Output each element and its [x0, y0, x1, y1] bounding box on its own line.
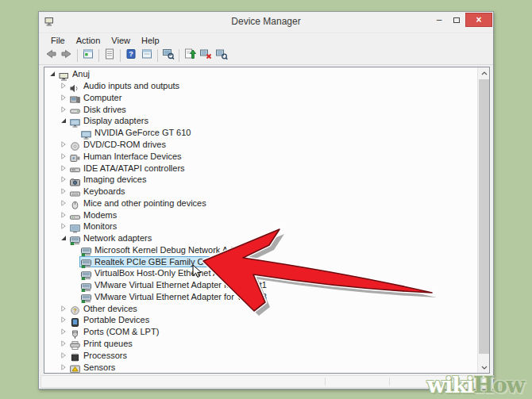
- tree-item[interactable]: NVIDIA GeForce GT 610: [44, 127, 476, 139]
- menu-view[interactable]: View: [106, 35, 136, 46]
- expand-icon[interactable]: [59, 222, 68, 230]
- forward-button[interactable]: [59, 48, 75, 63]
- tree-item[interactable]: Sensors: [44, 361, 476, 373]
- tree-item[interactable]: Portable Devices: [44, 314, 476, 326]
- expand-icon[interactable]: [59, 340, 68, 347]
- close-button[interactable]: ×: [465, 13, 492, 27]
- tree-item-label: Print queues: [83, 339, 133, 348]
- keyboard-icon: [70, 187, 80, 196]
- expand-icon[interactable]: [59, 164, 68, 172]
- collapse-icon[interactable]: [59, 234, 68, 242]
- expand-icon[interactable]: [59, 175, 68, 183]
- menu-action[interactable]: Action: [71, 35, 106, 46]
- scroll-down-icon[interactable]: [478, 362, 490, 373]
- expand-icon[interactable]: [59, 211, 68, 219]
- display-icon: [81, 129, 91, 137]
- window-icon: [141, 48, 153, 63]
- tree-item[interactable]: Ports (COM & LPT): [44, 326, 476, 338]
- tree-item-body: Sensors: [68, 362, 118, 373]
- scrollbar-thumb[interactable]: [479, 79, 489, 354]
- tree-item[interactable]: VMware Virtual Ethernet Adapter for VMne…: [44, 279, 476, 291]
- expand-icon[interactable]: [59, 106, 68, 113]
- status-bar-divider: [325, 378, 326, 386]
- tree-item-selected[interactable]: Realtek PCIe GBE Family Controller: [44, 255, 476, 267]
- tree-item[interactable]: Print queues: [44, 338, 476, 350]
- tree-item[interactable]: Microsoft Kernel Debug Network Adapter: [44, 244, 476, 255]
- expand-icon[interactable]: [59, 152, 68, 160]
- unknown-device-icon: ?: [70, 304, 80, 313]
- uninstall-device-button[interactable]: [198, 48, 214, 63]
- tree-item-body: Imaging devices: [68, 174, 150, 185]
- tree-item-body: Human Interface Devices: [68, 151, 185, 162]
- tree-item[interactable]: Monitors: [44, 221, 476, 232]
- show-window-button[interactable]: [139, 48, 155, 63]
- scan-device-button[interactable]: [214, 48, 229, 63]
- expand-icon[interactable]: [59, 187, 68, 195]
- expand-icon[interactable]: [59, 363, 68, 371]
- minimize-button[interactable]: –: [430, 13, 448, 27]
- tree-item-label: Disk drives: [83, 105, 126, 114]
- tree-item-label: Processors: [83, 351, 127, 360]
- expand-icon[interactable]: [59, 305, 68, 313]
- expand-icon[interactable]: [59, 199, 68, 207]
- device-manager-window: Device Manager –× FileActionViewHelp ? A…: [38, 11, 494, 389]
- vertical-scrollbar[interactable]: [477, 67, 489, 373]
- tree-item[interactable]: Mice and other pointing devices: [44, 197, 476, 209]
- maximize-button[interactable]: [448, 13, 465, 27]
- tree-item[interactable]: Imaging devices: [44, 174, 476, 186]
- scroll-up-icon[interactable]: [478, 67, 490, 79]
- expand-icon[interactable]: [59, 328, 68, 336]
- tree-item-label: NVIDIA GeForce GT 610: [94, 128, 191, 137]
- console-window-icon: [82, 48, 94, 63]
- tree-item-label: Monitors: [83, 221, 117, 231]
- tree-item[interactable]: VMware Virtual Ethernet Adapter for VMne…: [44, 291, 476, 303]
- tree-item[interactable]: Anuj: [44, 68, 476, 80]
- tree-item[interactable]: IDE ATA/ATAPI controllers: [44, 162, 476, 174]
- tree-item-body: VMware Virtual Ethernet Adapter for VMne…: [79, 291, 270, 302]
- expand-icon[interactable]: [59, 94, 68, 102]
- status-bar-divider: [389, 378, 390, 386]
- toolbar-divider: [98, 49, 99, 62]
- collapse-icon[interactable]: [48, 70, 57, 78]
- help-button[interactable]: ?: [123, 48, 139, 63]
- menu-bar: FileActionViewHelp: [39, 33, 493, 47]
- disk-icon: [70, 105, 80, 113]
- portable-icon: [70, 316, 80, 324]
- tree-item-label: VirtualBox Host-Only Ethernet Adapter: [94, 268, 244, 278]
- expand-icon[interactable]: [59, 351, 68, 359]
- tree-item[interactable]: Disk drives: [44, 103, 476, 115]
- network-icon: [81, 292, 91, 301]
- tree-item[interactable]: Display adapters: [44, 115, 476, 127]
- back-button[interactable]: [43, 48, 59, 63]
- menu-file[interactable]: File: [45, 35, 71, 46]
- tree-item-body: Processors: [68, 350, 130, 361]
- update-driver-button[interactable]: [182, 48, 198, 63]
- expand-icon[interactable]: [59, 316, 68, 324]
- tree-item-body: Network adapters: [68, 232, 155, 244]
- show-console-tree-button[interactable]: [80, 48, 96, 63]
- tree-item-body: VMware Virtual Ethernet Adapter for VMne…: [79, 279, 270, 290]
- tree-item[interactable]: Network adapters: [44, 232, 476, 244]
- expand-icon[interactable]: [59, 140, 68, 148]
- scan-computer-icon: [162, 48, 175, 63]
- tree-item-body: DVD/CD-ROM drives: [68, 139, 169, 150]
- tree-item[interactable]: Processors: [44, 349, 476, 361]
- properties-button[interactable]: [102, 48, 118, 63]
- search-device-icon: [215, 48, 228, 63]
- collapse-icon[interactable]: [59, 117, 68, 125]
- menu-help[interactable]: Help: [136, 35, 165, 46]
- ports-icon: [70, 328, 80, 336]
- wikihow-logo: wikiHow: [427, 373, 524, 397]
- tree-item[interactable]: ?Other devices: [44, 302, 476, 314]
- tree-item[interactable]: Audio inputs and outputs: [44, 80, 476, 92]
- tree-item[interactable]: VirtualBox Host-Only Ethernet Adapter: [44, 267, 476, 279]
- expand-icon[interactable]: [59, 82, 68, 90]
- modem-icon: [70, 210, 80, 219]
- tree-item-body: VirtualBox Host-Only Ethernet Adapter: [79, 267, 247, 278]
- tree-item[interactable]: Human Interface Devices: [44, 150, 476, 162]
- tree-item[interactable]: Keyboards: [44, 186, 476, 198]
- tree-item[interactable]: Computer: [44, 92, 476, 104]
- tree-item[interactable]: DVD/CD-ROM drives: [44, 139, 476, 151]
- scan-hardware-changes-button[interactable]: [160, 48, 176, 63]
- tree-item[interactable]: Modems: [44, 209, 476, 221]
